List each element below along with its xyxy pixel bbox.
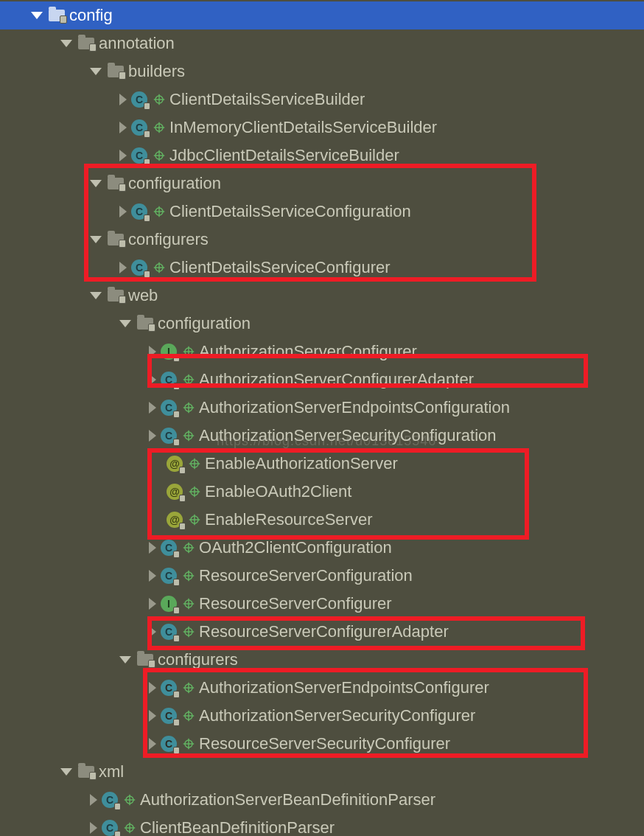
public-modifier-icon xyxy=(184,543,193,552)
tree-row-label: annotation xyxy=(99,34,175,53)
tree-row[interactable]: configuration xyxy=(0,170,644,198)
tree-row-label: builders xyxy=(128,62,185,81)
tree-row[interactable]: configuration xyxy=(0,310,644,338)
public-modifier-icon xyxy=(184,683,193,692)
tree-row[interactable]: ClientBeanDefinitionParser xyxy=(0,814,644,836)
annotation-icon xyxy=(167,512,183,528)
disclosure-closed-icon[interactable] xyxy=(149,598,156,610)
disclosure-closed-icon[interactable] xyxy=(149,710,156,722)
tree-row[interactable]: web xyxy=(0,282,644,310)
tree-row[interactable]: OAuth2ClientConfiguration xyxy=(0,534,644,562)
disclosure-closed-icon[interactable] xyxy=(149,738,156,750)
tree-row-label: AuthorizationServerSecurityConfigurer xyxy=(199,706,475,725)
public-modifier-icon xyxy=(155,263,164,272)
public-modifier-icon xyxy=(155,95,164,104)
interface-icon xyxy=(161,344,177,360)
class-icon xyxy=(131,91,147,108)
class-icon xyxy=(161,372,177,388)
tree-row[interactable]: AuthorizationServerBeanDefinitionParser xyxy=(0,786,644,814)
tree-row[interactable]: AuthorizationServerConfigurer xyxy=(0,338,644,366)
tree-row[interactable]: config xyxy=(0,1,644,29)
tree-row[interactable]: ClientDetailsServiceConfigurer xyxy=(0,254,644,282)
class-icon xyxy=(131,259,147,276)
disclosure-closed-icon[interactable] xyxy=(149,542,156,554)
disclosure-open-icon[interactable] xyxy=(90,180,102,187)
folder-icon xyxy=(137,654,153,666)
tree-row-label: xml xyxy=(99,762,124,781)
disclosure-closed-icon[interactable] xyxy=(90,794,97,806)
tree-row[interactable]: ResourceServerConfigurerAdapter xyxy=(0,618,644,646)
tree-row[interactable]: JdbcClientDetailsServiceBuilder xyxy=(0,142,644,170)
class-icon xyxy=(161,400,177,416)
disclosure-closed-icon[interactable] xyxy=(90,822,97,834)
disclosure-closed-icon[interactable] xyxy=(119,206,127,217)
public-modifier-icon xyxy=(184,375,193,384)
tree-row[interactable]: AuthorizationServerEndpointsConfigurer xyxy=(0,674,644,702)
folder-icon xyxy=(78,38,94,49)
public-modifier-icon xyxy=(184,431,193,440)
public-modifier-icon xyxy=(190,487,199,496)
tree-row[interactable]: ResourceServerConfigurer xyxy=(0,590,644,618)
tree-row[interactable]: annotation xyxy=(0,29,644,58)
tree-row[interactable]: ClientDetailsServiceConfiguration xyxy=(0,198,644,226)
tree-row[interactable]: ResourceServerConfiguration xyxy=(0,562,644,590)
annotation-icon xyxy=(167,456,183,472)
tree-row[interactable]: AuthorizationServerSecurityConfigurer xyxy=(0,702,644,730)
tree-row[interactable]: configurers xyxy=(0,226,644,254)
tree-row[interactable]: configurers xyxy=(0,646,644,674)
disclosure-open-icon[interactable] xyxy=(31,12,43,19)
public-modifier-icon xyxy=(155,151,164,160)
runnable-icon xyxy=(161,736,177,752)
tree-row[interactable]: AuthorizationServerEndpointsConfiguratio… xyxy=(0,394,644,422)
disclosure-closed-icon[interactable] xyxy=(149,346,156,358)
disclosure-open-icon[interactable] xyxy=(60,40,72,47)
public-modifier-icon xyxy=(190,515,199,524)
disclosure-closed-icon[interactable] xyxy=(149,402,156,414)
tree-row[interactable]: builders xyxy=(0,58,644,86)
tree-row-label: ClientBeanDefinitionParser xyxy=(140,818,335,836)
tree-row-label: ClientDetailsServiceConfiguration xyxy=(169,202,411,221)
tree-row-label: configuration xyxy=(128,174,221,193)
tree-row-label: ClientDetailsServiceConfigurer xyxy=(169,258,391,277)
tree-row-label: ClientDetailsServiceBuilder xyxy=(169,90,365,109)
disclosure-closed-icon[interactable] xyxy=(119,150,127,161)
disclosure-open-icon[interactable] xyxy=(90,292,102,299)
disclosure-open-icon[interactable] xyxy=(60,768,72,776)
disclosure-closed-icon[interactable] xyxy=(149,374,156,386)
disclosure-closed-icon[interactable] xyxy=(149,682,156,694)
tree-row-label: OAuth2ClientConfiguration xyxy=(199,538,392,557)
disclosure-closed-icon[interactable] xyxy=(119,122,127,133)
disclosure-open-icon[interactable] xyxy=(90,236,102,243)
disclosure-closed-icon[interactable] xyxy=(149,626,156,638)
public-modifier-icon xyxy=(125,795,134,804)
folder-icon xyxy=(108,290,124,302)
tree-row[interactable]: xml xyxy=(0,758,644,786)
tree-row[interactable]: ResourceServerSecurityConfigurer xyxy=(0,730,644,758)
class-icon xyxy=(131,203,147,220)
tree-row[interactable]: InMemoryClientDetailsServiceBuilder xyxy=(0,114,644,142)
disclosure-open-icon[interactable] xyxy=(119,320,131,327)
tree-row[interactable]: AuthorizationServerSecurityConfiguration xyxy=(0,422,644,450)
tree-row-label: AuthorizationServerConfigurer xyxy=(199,342,417,361)
tree-row[interactable]: EnableResourceServer xyxy=(0,506,644,534)
disclosure-closed-icon[interactable] xyxy=(149,570,156,582)
disclosure-closed-icon[interactable] xyxy=(119,94,127,105)
class-icon xyxy=(161,428,177,444)
tree-row[interactable]: ClientDetailsServiceBuilder xyxy=(0,86,644,114)
disclosure-spacer xyxy=(149,460,161,467)
public-modifier-icon xyxy=(155,207,164,216)
disclosure-open-icon[interactable] xyxy=(90,68,102,75)
tree-row-label: JdbcClientDetailsServiceBuilder xyxy=(169,146,399,165)
disclosure-closed-icon[interactable] xyxy=(119,262,127,274)
tree-row[interactable]: EnableOAuth2Client xyxy=(0,478,644,506)
project-tree[interactable]: configannotationbuildersClientDetailsSer… xyxy=(0,0,644,836)
annotation-icon xyxy=(167,484,183,500)
disclosure-open-icon[interactable] xyxy=(119,656,131,663)
tree-row-label: web xyxy=(128,286,158,305)
tree-row[interactable]: EnableAuthorizationServer xyxy=(0,450,644,478)
tree-row-label: AuthorizationServerEndpointsConfiguratio… xyxy=(199,398,510,417)
disclosure-closed-icon[interactable] xyxy=(149,430,156,442)
tree-row[interactable]: AuthorizationServerConfigurerAdapter xyxy=(0,366,644,394)
tree-row-label: EnableResourceServer xyxy=(205,510,372,529)
folder-icon xyxy=(49,10,65,21)
